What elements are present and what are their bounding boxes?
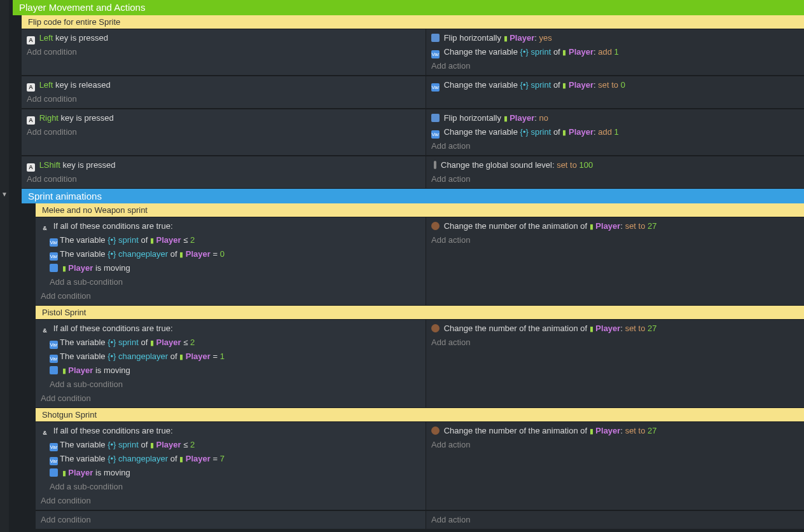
condition[interactable]: VarThe variable {•} sprint of ▮ Player ≤… [50, 438, 426, 452]
event-row[interactable]: & If all of these conditions are true: V… [36, 319, 804, 408]
action[interactable]: Change the number of the animation of ▮ … [431, 322, 804, 336]
sprite-icon: ▮ [150, 236, 154, 244]
and-icon: & [41, 224, 49, 233]
event-row[interactable]: A Left key is pressed Add condition Flip… [22, 29, 804, 76]
keyboard-icon: A [27, 163, 35, 172]
comment-pistol[interactable]: Pistol Sprint [36, 306, 804, 319]
sprite-icon: ▮ [562, 128, 566, 136]
and-icon: & [41, 429, 49, 437]
variable-icon: Var [431, 130, 440, 139]
move-icon [50, 366, 58, 374]
sprite-icon: ▮ [62, 264, 66, 272]
sprite-icon: ▮ [62, 367, 66, 374]
sprite-icon: ▮ [590, 222, 593, 230]
add-condition[interactable]: Add condition [41, 513, 426, 527]
condition-and[interactable]: & If all of these conditions are true: [41, 424, 426, 438]
sprite-icon: ▮ [179, 353, 183, 360]
comment-shotgun[interactable]: Shotgun Sprint [36, 408, 804, 421]
add-sub-condition[interactable]: Add a sub-condition [50, 480, 426, 494]
sprite-icon: ▮ [150, 441, 154, 449]
sprite-icon: ▮ [504, 34, 508, 42]
add-action[interactable]: Add action [431, 336, 804, 350]
move-icon [50, 468, 58, 477]
action[interactable]: Var Change the variable {•} sprint of ▮ … [431, 45, 804, 59]
add-condition[interactable]: Add condition [27, 172, 426, 186]
condition[interactable]: A Right key is pressed [27, 111, 426, 125]
action[interactable]: Change the global sound level: set to 10… [431, 158, 804, 172]
condition[interactable]: VarThe variable {•} sprint of ▮ Player ≤… [50, 336, 426, 350]
action[interactable]: Change the number of the animation of ▮ … [431, 219, 804, 233]
condition[interactable]: VarThe variable {•} changeplayer of ▮ Pl… [50, 247, 426, 261]
action[interactable]: Var Change the variable {•} sprint of ▮ … [431, 78, 804, 92]
comment-flip[interactable]: Flip code for entire Sprite [22, 15, 804, 29]
keyboard-icon: A [27, 116, 35, 125]
event-row[interactable]: A LShift key is pressed Add condition Ch… [22, 156, 804, 189]
action[interactable]: Change the number of the animation of ▮ … [431, 424, 804, 438]
sprite-icon: ▮ [504, 114, 508, 122]
action[interactable]: Flip horizontally ▮ Player: no [431, 111, 804, 125]
animation-icon [431, 222, 440, 230]
variable-icon: Var [50, 443, 58, 451]
condition[interactable]: VarThe variable {•} changeplayer of ▮ Pl… [50, 452, 426, 466]
group-header-main[interactable]: Player Movement and Actions [13, 0, 804, 15]
condition[interactable]: ▮ Player is moving [50, 364, 426, 378]
condition[interactable]: VarThe variable {•} changeplayer of ▮ Pl… [50, 350, 426, 364]
add-action[interactable]: Add action [431, 513, 804, 527]
add-condition[interactable]: Add condition [41, 289, 426, 303]
condition-and[interactable]: & If all of these conditions are true: [41, 322, 426, 336]
flip-icon [431, 114, 440, 122]
add-condition[interactable]: Add condition [27, 45, 426, 59]
add-action[interactable]: Add action [431, 172, 804, 186]
event-row[interactable]: A Right key is pressed Add condition Fli… [22, 109, 804, 156]
sprite-icon: ▮ [179, 455, 183, 463]
animation-icon [431, 426, 440, 435]
sprite-icon: ▮ [590, 427, 593, 435]
sound-icon [434, 161, 436, 169]
variable-icon: Var [50, 341, 58, 349]
keyboard-icon: A [27, 83, 35, 92]
sprite-icon: ▮ [562, 81, 566, 89]
and-icon: & [41, 327, 49, 335]
add-condition[interactable]: Add condition [41, 494, 426, 508]
move-icon [50, 264, 58, 272]
event-row[interactable]: & If all of these conditions are true: V… [36, 421, 804, 510]
sprite-icon: ▮ [590, 325, 593, 332]
condition[interactable]: A LShift key is pressed [27, 158, 426, 172]
condition-and[interactable]: & If all of these conditions are true: [41, 219, 426, 233]
sprite-icon: ▮ [179, 250, 183, 258]
sprite-icon: ▮ [562, 48, 566, 56]
variable-icon: Var [50, 355, 58, 363]
collapse-toggle[interactable]: ▼ [0, 191, 9, 198]
event-row[interactable]: & If all of these conditions are true: V… [36, 217, 804, 306]
add-sub-condition[interactable]: Add a sub-condition [50, 378, 426, 392]
add-action[interactable]: Add action [431, 438, 804, 452]
condition[interactable]: ▮ Player is moving [50, 261, 426, 275]
keyboard-icon: A [27, 36, 35, 44]
variable-icon: Var [50, 252, 58, 261]
add-condition[interactable]: Add condition [41, 392, 426, 406]
comment-melee[interactable]: Melee and no Weapon sprint [36, 203, 804, 217]
add-sub-condition[interactable]: Add a sub-condition [50, 275, 426, 289]
sprite-icon: ▮ [150, 339, 154, 346]
add-condition[interactable]: Add condition [27, 92, 426, 106]
sprite-icon: ▮ [62, 469, 66, 477]
variable-icon: Var [431, 83, 440, 92]
animation-icon [431, 324, 440, 332]
flip-icon [431, 34, 440, 42]
variable-icon: Var [50, 457, 58, 465]
add-condition[interactable]: Add condition [27, 125, 426, 139]
variable-icon: Var [50, 238, 58, 247]
action[interactable]: Flip horizontally ▮ Player: yes [431, 31, 804, 45]
event-row[interactable]: A Left key is released Add condition Var… [22, 76, 804, 109]
group-header-sprint[interactable]: Sprint animations [22, 189, 804, 203]
condition[interactable]: ▮ Player is moving [50, 466, 426, 480]
condition[interactable]: A Left key is released [27, 78, 426, 92]
condition[interactable]: A Left key is pressed [27, 31, 426, 45]
event-row[interactable]: Add condition Add action [36, 510, 804, 529]
condition[interactable]: VarThe variable {•} sprint of ▮ Player ≤… [50, 233, 426, 247]
action[interactable]: Var Change the variable {•} sprint of ▮ … [431, 125, 804, 139]
add-action[interactable]: Add action [431, 139, 804, 153]
add-action[interactable]: Add action [431, 59, 804, 73]
variable-icon: Var [431, 50, 440, 58]
add-action[interactable]: Add action [431, 233, 804, 247]
